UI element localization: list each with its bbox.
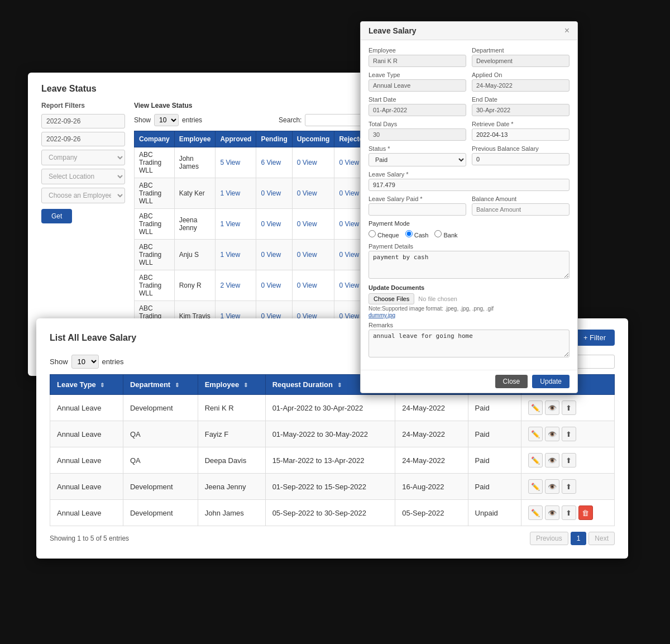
view-link[interactable]: 0 View (297, 220, 317, 228)
edit-button[interactable]: ✏️ (528, 400, 543, 415)
department-label: Department (472, 47, 570, 54)
view-link[interactable]: 0 View (297, 251, 317, 259)
view-button[interactable]: 👁️ (545, 427, 559, 441)
view-link[interactable]: 0 View (339, 189, 359, 197)
leave-salary-paid-label: Leave Salary Paid * (368, 195, 466, 202)
leave-type-value: Annual Leave (368, 79, 466, 92)
cell-requestDuration: 01-Apr-2022 to 30-Apr-2022 (265, 395, 395, 421)
status-select[interactable]: Paid (368, 153, 466, 166)
modal-close-icon[interactable]: × (564, 26, 570, 35)
cell-status: Paid (468, 447, 521, 474)
company-select[interactable]: Company (41, 150, 125, 165)
cell-employee: Reni K R (198, 395, 265, 421)
payment-details-textarea[interactable]: payment by cash (368, 251, 570, 279)
cell-department: QA (123, 421, 198, 447)
entries-label: entries (182, 116, 202, 124)
previous-balance-input[interactable] (472, 153, 570, 165)
cell-leaveType: Annual Leave (50, 395, 123, 421)
view-label: View Leave Status (134, 102, 372, 109)
next-page-button[interactable]: Next (588, 532, 615, 545)
ls-col-employee: Employee (174, 131, 216, 147)
view-link[interactable]: 0 View (261, 251, 281, 259)
retrieve-date-input[interactable] (472, 128, 570, 141)
applied-on-value: 24-May-2022 (472, 79, 570, 92)
total-days-value: 30 (368, 128, 466, 141)
file-note: Note:Supported image format: .jpeg, .jpg… (368, 306, 570, 312)
show-select[interactable]: 10 (154, 114, 179, 126)
edit-button[interactable]: ✏️ (528, 453, 543, 468)
choose-file-button[interactable]: Choose Files (368, 293, 414, 304)
edit-button[interactable]: ✏️ (528, 505, 543, 520)
view-link[interactable]: 0 View (297, 282, 317, 289)
view-link[interactable]: 0 View (339, 251, 359, 259)
date-to-input[interactable] (41, 132, 125, 146)
upload-button[interactable]: ⬆ (562, 505, 576, 520)
leave-salary-label: Leave Salary * (368, 171, 570, 178)
view-button[interactable]: 👁️ (545, 479, 559, 494)
remarks-textarea[interactable]: annual leave for going home (368, 330, 570, 357)
view-link[interactable]: 2 View (220, 282, 240, 289)
view-link[interactable]: 5 View (220, 159, 240, 166)
file-link[interactable]: dummy.jpg (368, 312, 395, 318)
delete-button[interactable]: 🗑 (578, 505, 593, 520)
edit-button[interactable]: ✏️ (528, 479, 543, 494)
la-col-department[interactable]: Department ⇕ (123, 375, 198, 395)
table-row: Annual LeaveQADeepa Davis15-Mar-2022 to … (50, 447, 615, 474)
cell-appliedOn: 05-Sep-2022 (395, 500, 468, 526)
employee-value: Rani K R (368, 55, 466, 67)
cell-department: Development (123, 395, 198, 421)
upload-button[interactable]: ⬆ (562, 453, 576, 468)
upload-button[interactable]: ⬆ (562, 427, 576, 441)
view-link[interactable]: 0 View (261, 282, 281, 289)
employee-select[interactable]: Choose an Employee (41, 188, 125, 203)
get-button[interactable]: Get (41, 209, 72, 223)
ls-col-pending: Pending (256, 131, 292, 147)
modal-header: Leave Salary × (361, 22, 577, 40)
leave-salary-paid-input[interactable] (368, 203, 466, 216)
la-col-employee[interactable]: Employee ⇕ (198, 375, 265, 395)
view-link[interactable]: 0 View (261, 189, 281, 197)
view-link[interactable]: 1 View (220, 251, 240, 259)
update-modal-button[interactable]: Update (532, 375, 570, 388)
upload-button[interactable]: ⬆ (562, 479, 576, 494)
balance-amount-input[interactable] (472, 203, 570, 216)
view-link[interactable]: 0 View (297, 159, 317, 166)
view-button[interactable]: 👁️ (545, 505, 559, 520)
view-link[interactable]: 0 View (297, 189, 317, 197)
view-link[interactable]: 1 View (220, 189, 240, 197)
view-link[interactable]: 0 View (261, 220, 281, 228)
page-1-button[interactable]: 1 (571, 532, 587, 545)
list-title: List All Leave Salary (50, 333, 136, 343)
close-modal-button[interactable]: Close (495, 375, 528, 388)
view-link[interactable]: 6 View (261, 159, 281, 166)
cell-employee: Deepa Davis (198, 447, 265, 474)
la-col-leaveType[interactable]: Leave Type ⇕ (50, 375, 123, 395)
view-button[interactable]: 👁️ (545, 400, 559, 415)
leave-salary-input[interactable] (368, 179, 570, 191)
cell-leaveType: Annual Leave (50, 500, 123, 526)
view-link[interactable]: 0 View (339, 220, 359, 228)
previous-page-button[interactable]: Previous (530, 532, 568, 545)
table-row: ABC Trading WLLJeena Jenny1 View0 View0 … (135, 209, 372, 240)
view-link[interactable]: 0 View (339, 159, 359, 166)
view-button[interactable]: 👁️ (545, 453, 559, 468)
cell-status: Paid (468, 421, 521, 447)
leave-status-title: Leave Status (41, 84, 355, 94)
list-show-select[interactable]: 10 (71, 355, 99, 369)
payment-mode-group: Cheque Cash Bank (368, 230, 570, 238)
location-select[interactable]: Select Location (41, 169, 125, 184)
upload-button[interactable]: ⬆ (562, 400, 576, 415)
view-link[interactable]: 0 View (339, 282, 359, 289)
edit-button[interactable]: ✏️ (528, 427, 543, 441)
cell-appliedOn: 24-May-2022 (395, 395, 468, 421)
filter-button[interactable]: + Filter (575, 330, 615, 346)
leave-salary-modal: Leave Salary × Employee Rani K R Departm… (360, 21, 578, 393)
payment-mode-label: Payment Mode (368, 220, 570, 227)
table-row: ABC Trading WLLKaty Ker1 View0 View0 Vie… (135, 178, 372, 209)
date-from-input[interactable] (41, 114, 125, 128)
cell-action: ✏️👁️⬆ (521, 474, 614, 500)
cell-appliedOn: 16-Aug-2022 (395, 474, 468, 500)
list-show-label: Show (50, 357, 68, 366)
cell-status: Unpaid (468, 500, 521, 526)
view-link[interactable]: 1 View (220, 220, 240, 228)
